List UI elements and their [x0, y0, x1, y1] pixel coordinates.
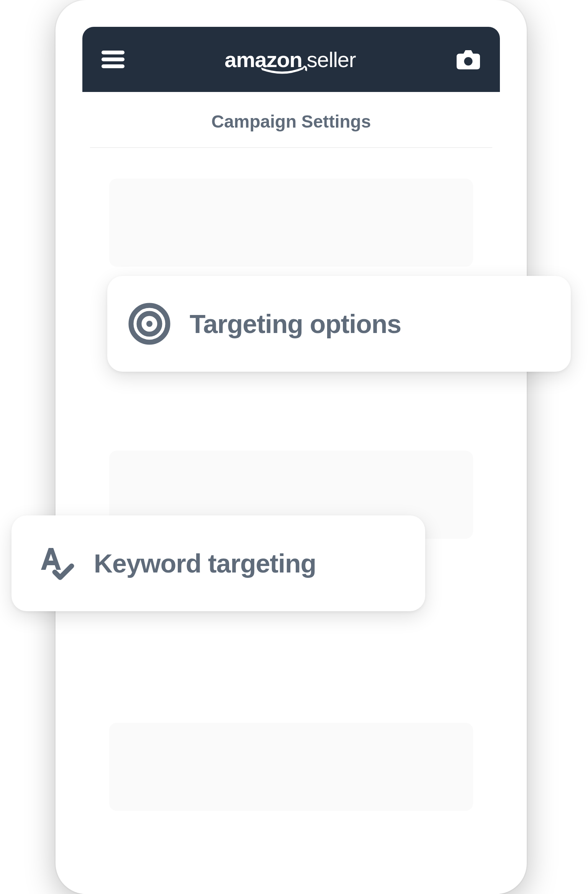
svg-point-0	[464, 57, 472, 66]
content-area	[82, 148, 500, 811]
svg-point-3	[146, 321, 152, 327]
amazon-swoosh-icon	[259, 66, 309, 75]
phone-screen: amazon seller Campaign Settings	[82, 27, 500, 894]
placeholder-block	[109, 179, 473, 267]
keyword-targeting-label: Keyword targeting	[94, 548, 316, 578]
amazon-swoosh-icon	[117, 887, 167, 894]
logo-brand-text: amazon	[224, 47, 302, 72]
targeting-options-card[interactable]: Targeting options	[107, 276, 571, 372]
app-logo: amazon seller	[224, 47, 355, 72]
camera-icon[interactable]	[456, 49, 481, 70]
targeting-options-label: Targeting options	[190, 309, 401, 339]
menu-icon[interactable]	[102, 51, 124, 68]
logo-suffix-text: seller	[307, 47, 356, 72]
keyword-targeting-card[interactable]: Keyword targeting	[11, 515, 425, 611]
keyword-icon	[33, 542, 75, 584]
app-header: amazon seller	[82, 27, 500, 92]
phone-frame: amazon seller Campaign Settings	[56, 0, 527, 894]
target-icon	[128, 303, 170, 345]
page-title: Campaign Settings	[82, 92, 500, 147]
placeholder-block	[109, 723, 473, 811]
